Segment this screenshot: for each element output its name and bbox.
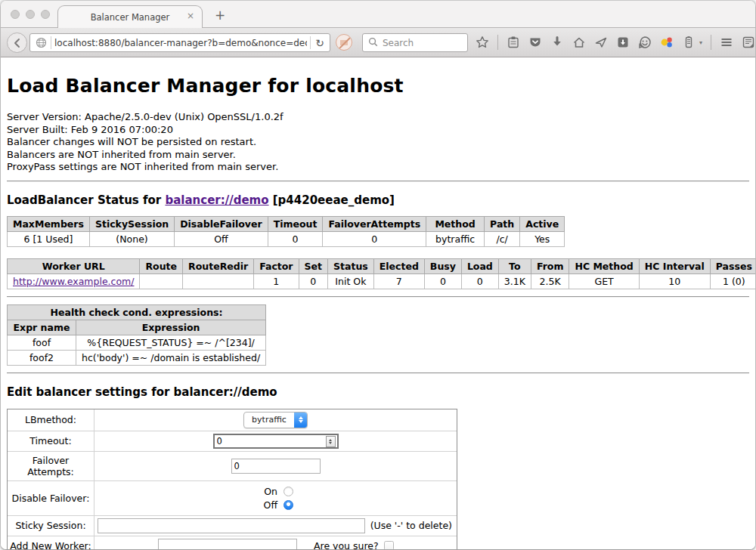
cell-set: 0	[299, 273, 327, 289]
lbmethod-label: LBmethod:	[8, 409, 94, 431]
col-timeout: Timeout	[268, 216, 323, 231]
bookmarks-clipboard-icon[interactable]	[507, 36, 520, 49]
minimize-window-button[interactable]	[26, 10, 35, 19]
urlbar-divider	[310, 36, 311, 49]
hamburger-menu-icon[interactable]	[720, 36, 733, 49]
close-window-button[interactable]	[11, 10, 20, 19]
radio-off-label: Off	[258, 499, 277, 511]
balancer-demo-link[interactable]: balancer://demo	[165, 193, 268, 207]
table-header-row: Expr name Expression	[8, 320, 266, 335]
new-tab-button[interactable]: +	[215, 8, 225, 23]
lbmethod-select[interactable]: bytraffic	[243, 412, 308, 428]
col-active: Active	[520, 216, 565, 231]
table-header-row: Worker URL Route RouteRedir Factor Set S…	[8, 258, 756, 273]
timeout-label: Timeout:	[8, 431, 94, 451]
reload-button[interactable]: ↻	[315, 37, 324, 49]
reader-download-icon[interactable]	[616, 36, 630, 49]
timeout-input[interactable]	[213, 434, 339, 449]
col-from: From	[531, 258, 569, 273]
browser-window: Balancer Manager × + localhost:8880/bala…	[1, 1, 755, 549]
failover-on-radio[interactable]	[284, 487, 293, 496]
search-placeholder: Search	[383, 38, 414, 48]
toolbar-divider	[711, 35, 711, 50]
url-text[interactable]: localhost:8880/balancer-manager?b=demo&n…	[54, 38, 307, 48]
health-check-table: Health check cond. expressions: Expr nam…	[7, 304, 266, 366]
col-passes: Passes	[710, 258, 755, 273]
section-divider	[7, 296, 749, 298]
cell-status: Init Ok	[328, 273, 374, 289]
cell-expression: hc('body') =~ /domain is established/	[76, 350, 266, 365]
worker-row: http://www.example.com/ 1 0 Init Ok 7 0 …	[8, 273, 756, 289]
edit-settings-heading: Edit balancer settings for balancer://de…	[7, 385, 749, 399]
url-bar[interactable]: localhost:8880/balancer-manager?b=demo&n…	[29, 33, 330, 52]
server-version-line: Server Version: Apache/2.5.0-dev (Unix) …	[7, 111, 749, 124]
share-plane-icon[interactable]	[594, 36, 608, 49]
inherit-notice-line: Balancers are NOT inherited from main se…	[7, 149, 749, 162]
download-arrow-icon[interactable]	[550, 36, 564, 49]
failover-attempts-label: Failover Attempts:	[8, 452, 94, 480]
col-expr-name: Expr name	[8, 320, 76, 335]
page-title: Load Balancer Manager for localhost	[7, 57, 749, 97]
failover-off-radio[interactable]	[284, 500, 293, 510]
image-block-icon[interactable]	[336, 34, 352, 51]
zoom-window-button[interactable]	[41, 10, 50, 19]
globe-icon	[34, 36, 48, 50]
cell-failoverattempts: 0	[323, 231, 426, 246]
feedback-smiley-icon[interactable]	[638, 36, 652, 49]
sticky-session-hint: (Use '-' to delete)	[370, 520, 454, 531]
server-info: Server Version: Apache/2.5.0-dev (Unix) …	[7, 111, 749, 174]
navigation-toolbar: localhost:8880/balancer-manager?b=demo&n…	[1, 28, 755, 57]
cell-to: 3.1K	[498, 273, 531, 289]
cell-busy: 0	[424, 273, 461, 289]
pocket-icon[interactable]	[528, 36, 542, 49]
sticky-session-input[interactable]	[98, 518, 365, 533]
cell-maxmembers: 6 [1 Used]	[8, 231, 90, 246]
table-header-row: MaxMembers StickySession DisableFailover…	[8, 216, 565, 231]
battery-extension-icon[interactable]	[682, 36, 696, 49]
back-icon	[12, 38, 23, 48]
col-disablefailover: DisableFailover	[175, 216, 268, 231]
col-stickysession: StickySession	[89, 216, 174, 231]
toolbar-divider	[497, 35, 498, 50]
cell-expression: %{REQUEST_STATUS} =~ /^[234]/	[76, 335, 266, 350]
cell-active: Yes	[520, 231, 565, 246]
screenshot-grid-icon[interactable]	[742, 36, 755, 49]
col-factor: Factor	[254, 258, 299, 273]
failover-attempts-input[interactable]	[231, 459, 321, 474]
browser-tab[interactable]: Balancer Manager ×	[57, 5, 203, 29]
add-worker-input[interactable]	[158, 539, 297, 549]
cell-factor: 1	[254, 273, 299, 289]
back-button[interactable]	[7, 32, 27, 53]
col-worker-url: Worker URL	[8, 258, 140, 273]
col-elected: Elected	[373, 258, 424, 273]
cell-expr-name: foof	[8, 335, 76, 350]
dropdown-caret-icon[interactable]: ▾	[699, 39, 702, 46]
col-failoverattempts: FailoverAttempts	[323, 216, 426, 231]
col-path: Path	[485, 216, 520, 231]
window-controls	[11, 10, 50, 19]
section-divider	[7, 372, 749, 374]
cell-path: /c/	[485, 231, 520, 246]
lbmethod-row: LBmethod: bytraffic	[8, 409, 457, 431]
search-field[interactable]: Search	[362, 33, 468, 52]
number-spinner-icon[interactable]	[326, 436, 336, 447]
cell-passes: 1 (0)	[710, 273, 755, 289]
col-to: To	[498, 258, 531, 273]
are-you-sure-checkbox[interactable]	[384, 541, 394, 549]
timeout-row: Timeout:	[8, 431, 457, 451]
worker-url-link[interactable]: http://www.example.com/	[13, 276, 134, 287]
failover-attempts-row: Failover Attempts:	[8, 451, 457, 480]
edit-balancer-form: LBmethod: bytraffic Timeout:	[7, 409, 457, 549]
proxypass-notice-line: ProxyPass settings are NOT inherited fro…	[7, 161, 749, 174]
cell-timeout: 0	[268, 231, 323, 246]
cell-from: 2.5K	[531, 273, 569, 289]
tab-close-icon[interactable]: ×	[187, 11, 194, 21]
colored-dots-extension-icon[interactable]	[660, 36, 674, 49]
hc-table-title: Health check cond. expressions:	[8, 304, 266, 320]
title-bar: Balancer Manager × +	[1, 1, 755, 28]
balancer-status-table: MaxMembers StickySession DisableFailover…	[7, 216, 565, 247]
bookmark-star-icon[interactable]	[476, 36, 489, 49]
home-icon[interactable]	[572, 36, 586, 49]
col-load: Load	[461, 258, 498, 273]
col-busy: Busy	[424, 258, 461, 273]
